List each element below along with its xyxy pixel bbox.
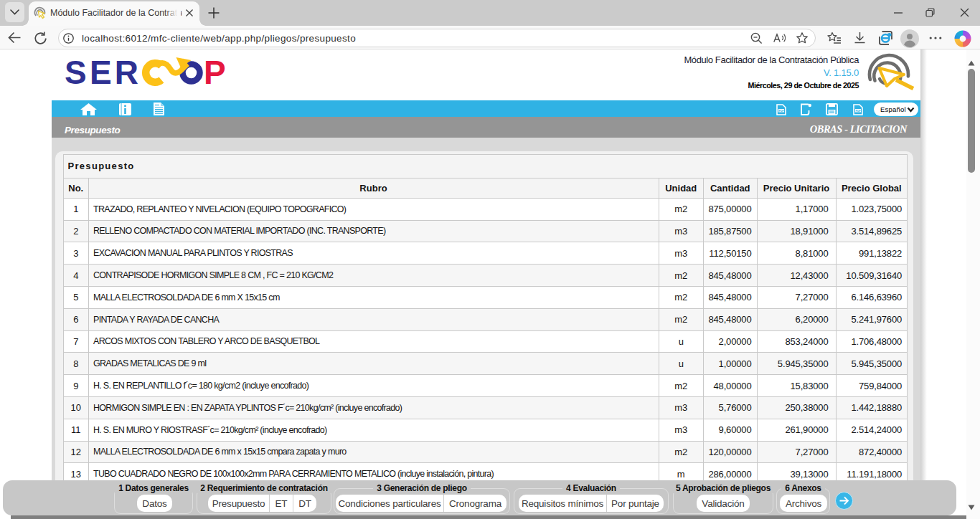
svg-text:PDF: PDF bbox=[856, 110, 862, 113]
svg-text:P: P bbox=[204, 54, 226, 89]
svg-text:PDF: PDF bbox=[779, 110, 785, 113]
svg-text:SER: SER bbox=[65, 54, 141, 89]
